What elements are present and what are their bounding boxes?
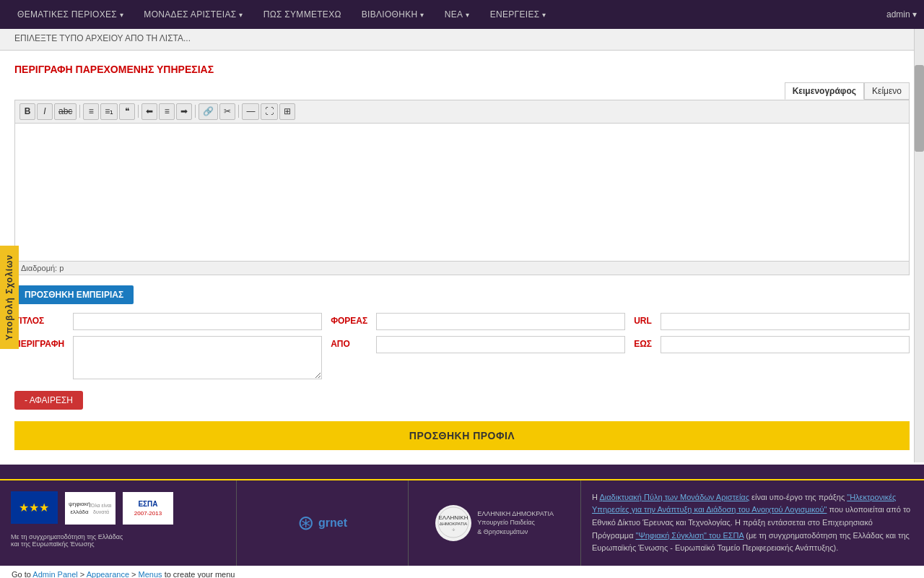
add-profile-button[interactable]: ΠΡΟΣΘΗΚΗ ΠΡΟΦΙΛ: [14, 421, 910, 450]
label-from: ΑΠΟ: [331, 336, 367, 349]
strikethrough-button[interactable]: abc: [54, 103, 77, 120]
label-title: ΤΙΤΛΟΣ: [14, 313, 64, 326]
editor-path: Διαδρομή: p: [15, 261, 909, 275]
nav-item-thematic[interactable]: ΘΕΜΑΤΙΚΕΣ ΠΕΡΙΟΧΕΣ ▾: [7, 0, 134, 29]
experience-form: ΤΙΤΛΟΣ ΦΟΡΕΑΣ URL ΠΕΡΙΓΡΑΦΗ ΑΠΟ ΕΩΣ: [14, 313, 910, 379]
input-provider[interactable]: [376, 313, 625, 330]
editor-body[interactable]: [15, 124, 909, 261]
nav-item-units[interactable]: ΜΟΝΑΔΕΣ ΑΡΙΣΤΕΙΑΣ ▾: [134, 0, 253, 29]
user-menu[interactable]: admin ▾: [886, 9, 917, 20]
footer-gov: ΕΛΛΗΝΙΚΗ ΔΗΜΟΚΡΑΤΙΑ ☩ ΕΛΛΗΝΙΚΗ ΔΗΜΟΚΡΑΤΙ…: [409, 480, 581, 566]
input-title[interactable]: [73, 313, 322, 330]
bold-button[interactable]: B: [19, 103, 35, 120]
align-center-button[interactable]: ≡: [159, 103, 175, 120]
fullscreen-button[interactable]: ⛶: [261, 103, 278, 120]
footer-logos-subtext: Με τη συγχρηματοδότηση της Ελλάδαςκαι τη…: [11, 533, 225, 548]
grnet-logo-area: ⊛ grnet: [297, 511, 347, 535]
editor-toolbar: B I abc ≡ ≡₁ ❝ ⬅ ≡ ➡ 🔗 ✂ — ⛶ ⊞: [15, 100, 909, 124]
input-url[interactable]: [661, 313, 910, 330]
footer: ★★★ ψηφιακήελλάδαΌλα είναι δυνατά ΕΣΠΑ 2…: [0, 465, 924, 578]
link-portal[interactable]: Διαδικτυακή Πύλη των Μονάδων Αριστείας: [599, 493, 749, 501]
chevron-down-icon: ▾: [420, 11, 424, 19]
experience-header[interactable]: ΠΡΟΣΘΗΚΗ ΕΜΠΕΙΡΙΑΣ: [14, 285, 134, 304]
top-bar: ΕΠΙΛΕΞΤΕ ΤΥΠΟ ΑΡΧΕΙΟΥ ΑΠΟ ΤΗ ΛΙΣΤΑ...: [0, 29, 924, 51]
espa-logo: ΕΣΠΑ 2007-2013: [123, 492, 173, 525]
nav-item-participate[interactable]: ΠΩΣ ΣΥΜΜΕΤΕΧΩ: [253, 0, 352, 29]
input-to[interactable]: [661, 336, 910, 353]
svg-text:★★★: ★★★: [19, 501, 49, 514]
link-menus[interactable]: Menus: [139, 570, 162, 578]
chevron-down-icon: ▾: [542, 11, 546, 19]
label-to: ΕΩΣ: [634, 336, 652, 349]
label-provider: ΦΟΡΕΑΣ: [331, 313, 367, 326]
svg-text:ΔΗΜΟΚΡΑΤΙΑ: ΔΗΜΟΚΡΑΤΙΑ: [440, 522, 467, 526]
nav-items: ΘΕΜΑΤΙΚΕΣ ΠΕΡΙΟΧΕΣ ▾ ΜΟΝΑΔΕΣ ΑΡΙΣΤΕΙΑΣ ▾…: [7, 0, 557, 29]
editor-tabs: Κειμενογράφος Κείμενο: [14, 82, 910, 100]
ordered-list-button[interactable]: ≡₁: [100, 103, 118, 120]
link-admin-panel[interactable]: Admin Panel: [32, 570, 77, 578]
gov-text: ΕΛΛΗΝΙΚΗ ΔΗΜΟΚΡΑΤΙΑΥπουργείο Παιδείας& Θ…: [477, 509, 554, 537]
chevron-down-icon: ▾: [466, 11, 469, 19]
tab-text[interactable]: Κείμενο: [864, 82, 910, 100]
chevron-down-icon: ▾: [239, 11, 243, 19]
svg-text:ΕΛΛΗΝΙΚΗ: ΕΛΛΗΝΙΚΗ: [438, 514, 468, 521]
horizontal-rule-button[interactable]: —: [242, 103, 259, 120]
label-description: ΠΕΡΙΓΡΑΦΗ: [14, 336, 64, 349]
footer-bottom: Go to Admin Panel > Appearance > Menus t…: [0, 566, 924, 578]
scrollbar[interactable]: [914, 29, 924, 462]
nav-item-library[interactable]: ΒΙΒΛΙΟΘΗΚΗ ▾: [352, 0, 435, 29]
gov-seal: ΕΛΛΗΝΙΚΗ ΔΗΜΟΚΡΑΤΙΑ ☩: [435, 505, 471, 541]
logos-row: ★★★ ψηφιακήελλάδαΌλα είναι δυνατά ΕΣΠΑ 2…: [11, 491, 225, 526]
label-url: URL: [634, 313, 652, 326]
separator: [79, 105, 80, 118]
rich-text-editor: B I abc ≡ ≡₁ ❝ ⬅ ≡ ➡ 🔗 ✂ — ⛶ ⊞ Διαδρομή:…: [14, 100, 910, 275]
input-from[interactable]: [376, 336, 625, 353]
align-right-button[interactable]: ➡: [176, 103, 192, 120]
grnet-text: grnet: [318, 517, 347, 530]
footer-grnet: ⊛ grnet: [237, 480, 409, 566]
remove-button[interactable]: - ΑΦΑΙΡΕΣΗ: [14, 391, 83, 410]
eu-flag: ★★★: [11, 491, 58, 526]
textarea-description[interactable]: [73, 336, 322, 379]
sidebar-tab[interactable]: Υποβολή Σχολίων: [0, 246, 19, 349]
link-appearance[interactable]: Appearance: [87, 570, 129, 578]
link-espa[interactable]: "Ψηφιακή Σύγκλιση" του ΕΣΠΑ: [636, 531, 744, 540]
unordered-list-button[interactable]: ≡: [83, 103, 99, 120]
navbar: ΘΕΜΑΤΙΚΕΣ ΠΕΡΙΟΧΕΣ ▾ ΜΟΝΑΔΕΣ ΑΡΙΣΤΕΙΑΣ ▾…: [0, 0, 924, 29]
align-left-button[interactable]: ⬅: [141, 103, 157, 120]
separator: [138, 105, 139, 118]
footer-inner: ★★★ ψηφιακήελλάδαΌλα είναι δυνατά ΕΣΠΑ 2…: [0, 479, 924, 566]
grnet-icon: ⊛: [297, 511, 314, 535]
nav-item-news[interactable]: ΝΕΑ ▾: [435, 0, 480, 29]
footer-description: Η Διαδικτυακή Πύλη των Μονάδων Αριστείας…: [581, 480, 924, 566]
blockquote-button[interactable]: ❝: [119, 103, 135, 120]
separator: [195, 105, 196, 118]
unlink-button[interactable]: ✂: [219, 103, 235, 120]
link-button[interactable]: 🔗: [199, 103, 218, 120]
main-content: ΠΕΡΙΓΡΑΦΗ ΠΑΡΕΧΟΜΕΝΗΣ ΥΠΗΡΕΣΙΑΣ Κειμενογ…: [0, 51, 924, 465]
italic-button[interactable]: I: [37, 103, 53, 120]
footer-logos: ★★★ ψηφιακήελλάδαΌλα είναι δυνατά ΕΣΠΑ 2…: [0, 480, 237, 566]
scrollbar-thumb[interactable]: [915, 65, 924, 152]
section-heading: ΠΕΡΙΓΡΑΦΗ ΠΑΡΕΧΟΜΕΝΗΣ ΥΠΗΡΕΣΙΑΣ: [14, 64, 910, 75]
table-button[interactable]: ⊞: [279, 103, 295, 120]
experience-section: ΠΡΟΣΘΗΚΗ ΕΜΠΕΙΡΙΑΣ ΤΙΤΛΟΣ ΦΟΡΕΑΣ URL ΠΕΡ…: [14, 285, 910, 450]
digital-logo: ψηφιακήελλάδαΌλα είναι δυνατά: [65, 492, 116, 525]
tab-editor[interactable]: Κειμενογράφος: [785, 82, 864, 100]
nav-item-actions[interactable]: ΕΝΕΡΓΕΙΕΣ ▾: [480, 0, 557, 29]
separator: [238, 105, 239, 118]
gov-area: ΕΛΛΗΝΙΚΗ ΔΗΜΟΚΡΑΤΙΑ ☩ ΕΛΛΗΝΙΚΗ ΔΗΜΟΚΡΑΤΙ…: [435, 505, 554, 541]
chevron-down-icon: ▾: [120, 11, 123, 19]
